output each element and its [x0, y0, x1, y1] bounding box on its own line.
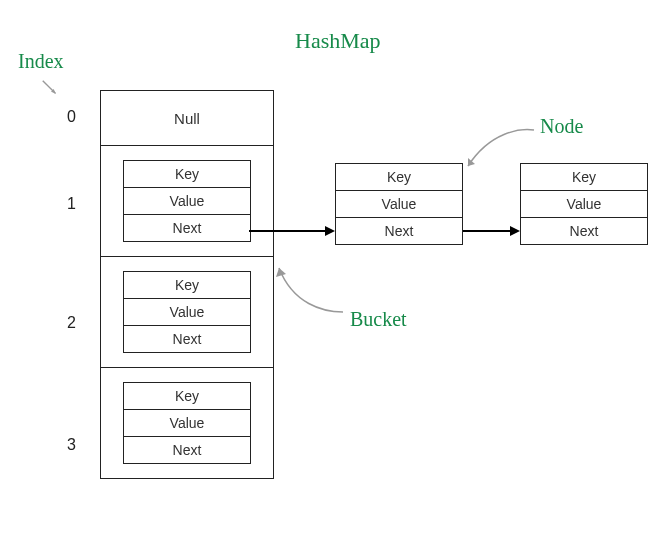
node-next: Next [124, 437, 250, 463]
node-key: Key [124, 272, 250, 299]
node-next: Next [336, 218, 462, 244]
index-label: Index [18, 50, 64, 73]
bucket-array: Null Key Value Next Key Value Next Key V… [100, 90, 274, 479]
bucket-label: Bucket [350, 308, 407, 331]
node-key: Key [336, 164, 462, 191]
index-number-1: 1 [56, 195, 76, 213]
node-box: Key Value Next [123, 160, 251, 242]
node-value: Value [521, 191, 647, 218]
index-arrow-icon [40, 78, 62, 100]
bucket-slot-0: Null [101, 91, 273, 146]
next-arrow-icon [463, 224, 520, 238]
node-value: Value [336, 191, 462, 218]
node-box: Key Value Next [123, 271, 251, 353]
node-key: Key [124, 161, 250, 188]
node-label: Node [540, 115, 583, 138]
index-number-2: 2 [56, 314, 76, 332]
node-next: Next [124, 326, 250, 352]
node-value: Value [124, 299, 250, 326]
node-box: Key Value Next [123, 382, 251, 464]
index-number-0: 0 [56, 108, 76, 126]
next-arrow-icon [249, 224, 335, 238]
node-value: Value [124, 410, 250, 437]
chain-node-1-2: Key Value Next [335, 163, 463, 245]
null-text: Null [174, 110, 200, 127]
node-value: Value [124, 188, 250, 215]
node-key: Key [521, 164, 647, 191]
bucket-slot-1: Key Value Next [101, 146, 273, 257]
bucket-slot-3: Key Value Next [101, 368, 273, 478]
node-next: Next [521, 218, 647, 244]
node-box: Key Value Next [520, 163, 648, 245]
node-box: Key Value Next [335, 163, 463, 245]
node-next: Next [124, 215, 250, 241]
bucket-arrow-icon [273, 260, 353, 320]
index-number-3: 3 [56, 436, 76, 454]
node-key: Key [124, 383, 250, 410]
chain-node-1-3: Key Value Next [520, 163, 648, 245]
bucket-slot-2: Key Value Next [101, 257, 273, 368]
hashmap-diagram: HashMap Index Node Bucket 0 1 2 3 Null K… [0, 0, 660, 545]
diagram-title: HashMap [295, 28, 381, 54]
